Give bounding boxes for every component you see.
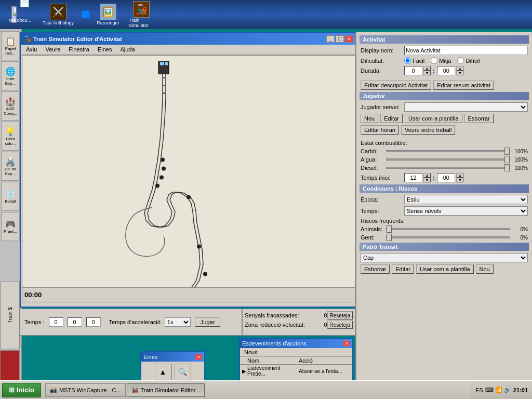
top-icon-tzar[interactable]: ⚔️ Tzar Anthology [37,3,79,26]
condicions-section-title: Condicions i Riscos [360,184,529,193]
passenger-icon: 🖼️ [100,4,116,20]
animals-slider[interactable] [386,228,510,230]
up-arrow-icon: ▲ [159,368,167,376]
gent-slider[interactable] [386,236,510,238]
editor-icon: 🚂 [131,387,139,393]
close-button[interactable]: ✕ [345,35,353,43]
menu-axiu[interactable]: Axiu [23,46,40,53]
sidebar-papel[interactable]: 📋Papel reci... [1,31,20,60]
systray-time: 21:01 [513,387,528,393]
temps-inici-min-up[interactable]: ▲ [456,173,463,178]
editar-button[interactable]: Editar [380,114,403,123]
zona-value: 0 [312,322,327,328]
top-icon-trainsim[interactable]: 🚂 Train Simulator [126,0,157,29]
temps-inici-h-up[interactable]: ▲ [423,173,431,178]
senyals-reset-button[interactable]: Reseteja [327,311,353,320]
editar-horari-button[interactable]: Editar horari [361,125,399,135]
nou-button[interactable]: Nou [361,114,378,123]
menu-eines[interactable]: Eines [95,46,115,53]
maximize-button[interactable]: □ [336,35,344,43]
editar-resum-button[interactable]: Editar resum activitat [433,81,494,90]
epoca-select[interactable]: EstiuPrimaveraTardorHivern [404,195,528,204]
jugador-servei-select[interactable] [404,102,528,112]
eines-close-button[interactable]: ✕ [195,354,202,360]
wincap-icon: 📸 [50,387,57,393]
esborrar-button[interactable]: Esborrar [464,114,494,123]
durada-min-up[interactable]: ▲ [456,66,463,71]
patron-esborrar-button[interactable]: Esborrar [361,264,390,274]
sidebar-install-label: Install [5,199,16,204]
editar-desc-button[interactable]: Editar descripció Activitat [361,81,431,90]
minimize-button[interactable]: _ [326,35,335,43]
durada-min-spinner: ▲ ▼ [437,66,463,75]
radio-facil[interactable]: Fàcil [404,57,424,64]
patron-editar-button[interactable]: Editar [392,264,414,274]
events-menu-new[interactable]: Nous [242,349,260,356]
time-input-2[interactable] [68,317,82,327]
sidebar-inter[interactable]: 🌐Inter Exp... [1,61,20,90]
patron-usar-button[interactable]: Usar com a plantilla [416,264,474,274]
radio-dificil-input[interactable] [457,57,464,64]
aigua-pct: 100% [512,157,528,163]
buttons-row-1: Editar descripció Activitat Editar resum… [360,81,529,90]
menu-finestra[interactable]: Finestra [65,46,92,53]
settings-panel: Activitat Display nom: Dificultat: Fàcil… [355,32,532,380]
temps-select[interactable]: Sense núvolsEnnuvolatPlujaNeu [404,206,528,216]
row-accio: Aturar-se a l'esta... [299,368,350,374]
durada-h-btns: ▲ ▼ [423,66,431,75]
tool-search-button[interactable]: 🔍 [175,364,191,380]
menu-veure[interactable]: Veure [42,46,63,53]
temps-inici-row: Temps inici: ▲ ▼ : ▲ ▼ [360,173,529,182]
durada-min-down[interactable]: ▼ [456,71,463,75]
usar-button[interactable]: Usar com a plantilla [405,114,462,123]
temps-inici-min-input[interactable] [437,173,455,182]
sidebar-hp[interactable]: 🖨️HP Im Exp... [1,152,20,181]
events-table-row[interactable]: ▶ Esdeveniment Prede... Aturar-se a l'es… [240,365,352,377]
main-window: 🚂 Train Simulator Editor d'Activitat _ □… [20,32,357,308]
durada-h-down[interactable]: ▼ [423,71,431,75]
patron-nou-button[interactable]: Nou [476,264,494,274]
taskbar-wincap[interactable]: 📸 MSTS WinCapture - C... [45,383,126,397]
timeline-bar: 00:00 [22,287,355,302]
sidebar-papel-label: Papel reci... [3,46,18,56]
display-nom-input[interactable] [404,46,528,55]
sidebar-praet[interactable]: 🎮Praet... [1,212,20,241]
durada-min-input[interactable] [437,66,455,75]
time-input-1[interactable] [49,317,63,327]
radio-mitja-input[interactable] [431,57,437,64]
carbo-slider[interactable] [386,150,510,152]
time-input-3[interactable] [86,317,101,327]
zona-reset-button[interactable]: Reseteja [327,321,353,329]
sidebar-install[interactable]: 💿Install [1,182,20,211]
radio-mitja-label: Mitjà [439,58,451,64]
veure-ordre-button[interactable]: Veure ordre treball [401,125,456,135]
patron-select[interactable]: Cap [361,253,528,262]
top-icon-msdoc[interactable]: 📄 Mis docu... [4,5,35,24]
temps-inici-h-btns: ▲ ▼ [423,173,431,182]
diesel-slider[interactable] [386,167,510,169]
play-button[interactable]: Jugar [195,317,221,327]
tool-up-button[interactable]: ▲ [155,364,171,380]
events-close-button[interactable]: ✕ [343,340,350,347]
temps-inici-h-down[interactable]: ▼ [423,178,431,182]
aigua-slider[interactable] [386,158,510,161]
radio-dificil[interactable]: Difícil [457,57,480,64]
estat-combustible-row: Estat combustible: [360,140,529,146]
durada-h-input[interactable] [404,66,422,75]
start-button[interactable]: ⊞ Inicio [2,383,41,397]
sidebar-aoe[interactable]: 🏰AOE Conq... [1,91,20,121]
jugador-buttons-row: Nou Editar Usar com a plantilla Esborrar [360,114,529,123]
accel-select[interactable]: 1x2x4x8x [165,317,191,327]
taskbar: ⊞ Inicio 📸 MSTS WinCapture - C... 🚂 Trai… [0,380,532,399]
taskbar-editor[interactable]: 🚂 Train Simulator Editor... [127,383,205,397]
diesel-pct: 100% [512,165,528,171]
patron-section-title: Patró Trànsit [360,243,529,251]
sidebar-cent[interactable]: 💡Cent solu... [1,122,20,151]
menu-ajuda[interactable]: Ajuda [117,46,138,53]
radio-facil-input[interactable] [404,57,411,64]
temps-inici-h-input[interactable] [404,173,422,182]
temps-inici-min-down[interactable]: ▼ [456,178,463,182]
radio-mitja[interactable]: Mitjà [431,57,451,64]
durada-h-up[interactable]: ▲ [423,66,431,71]
top-icon-passenger[interactable]: 🖼️ Passenger [92,3,124,26]
